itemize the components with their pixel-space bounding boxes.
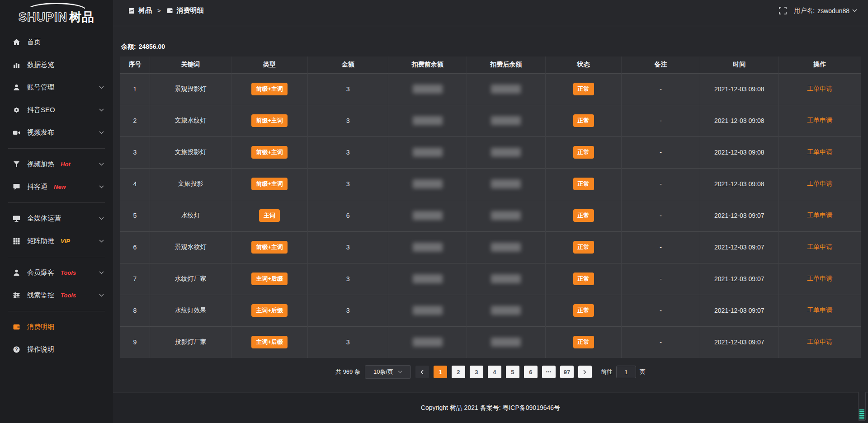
status-badge: 正常: [573, 241, 594, 254]
status-cell: 正常: [545, 73, 622, 105]
work-order-link[interactable]: 工单申请: [807, 117, 832, 124]
sidebar-item-video-heat[interactable]: 视频加热 Hot: [0, 153, 113, 175]
consumption-table: 序号 关键词 类型 金额 扣费前余额 扣费后余额 状态 备注 时间 操作 1 景…: [120, 56, 861, 358]
type-cell: 主词+后缀: [231, 295, 308, 326]
table-row: 5 水纹灯 主词 6 正常 - 2021-12-03 09:07 工单申请: [120, 200, 861, 231]
seq-cell: 9: [120, 326, 150, 358]
status-badge: 正常: [573, 178, 594, 190]
time-cell: 2021-12-03 09:07: [700, 295, 779, 326]
page-button-6[interactable]: 6: [524, 366, 538, 378]
work-order-link[interactable]: 工单申请: [807, 148, 832, 155]
chevron-down-icon: [398, 371, 402, 373]
status-badge: 正常: [573, 336, 594, 348]
status-badge: 正常: [573, 114, 594, 127]
seq-cell: 2: [120, 105, 150, 136]
censored-balance: [491, 179, 521, 188]
page-button-1[interactable]: 1: [434, 366, 447, 378]
sidebar-item-home[interactable]: 首页: [0, 31, 113, 53]
work-order-link[interactable]: 工单申请: [807, 338, 832, 345]
work-order-link[interactable]: 工单申请: [807, 275, 832, 282]
prev-page-button[interactable]: [415, 366, 429, 378]
page-button-97[interactable]: 97: [560, 366, 574, 378]
next-page-button[interactable]: [578, 366, 592, 378]
balance-before-cell: [388, 200, 467, 231]
work-order-link[interactable]: 工单申请: [807, 85, 832, 92]
sidebar-item-consumption-detail[interactable]: 消费明细: [0, 315, 113, 338]
type-badge: 主词+后缀: [251, 304, 288, 317]
scrollbar-thumb[interactable]: [859, 409, 864, 419]
type-badge: 主词: [259, 209, 280, 222]
keyword-cell: 文旅投影: [150, 168, 231, 200]
copyright-text: Copyright 树品 2021 备案号: 粤ICP备09019646号: [421, 404, 560, 412]
funnel-icon: [13, 160, 20, 168]
censored-balance: [413, 179, 443, 188]
sidebar-item-media-operation[interactable]: 全媒体运营: [0, 207, 113, 230]
amount-cell: 3: [307, 326, 388, 358]
goto-page-input[interactable]: [616, 366, 636, 378]
hot-tag: Hot: [61, 161, 71, 168]
sidebar: SHUPIN树品 首页 数据总览 账号管理 抖音SEO 视频发布: [0, 0, 113, 423]
work-order-link[interactable]: 工单申请: [807, 212, 832, 219]
sidebar-item-doketong[interactable]: 抖客通 New: [0, 175, 113, 198]
remark-cell: -: [622, 200, 700, 231]
col-amount: 金额: [307, 56, 388, 73]
work-order-link[interactable]: 工单申请: [807, 243, 832, 250]
time-cell: 2021-12-03 09:08: [700, 105, 779, 136]
balance-before-cell: [388, 231, 467, 263]
balance-before-cell: [388, 136, 467, 168]
sidebar-item-member-burst[interactable]: 会员爆客 Tools: [0, 261, 113, 284]
breadcrumb-current: 消费明细: [177, 6, 204, 15]
seq-cell: 7: [120, 263, 150, 295]
censored-balance: [413, 243, 443, 252]
censored-balance: [491, 148, 521, 157]
status-cell: 正常: [545, 326, 622, 358]
type-cell: 主词: [231, 200, 308, 231]
sidebar-item-account[interactable]: 账号管理: [0, 76, 113, 99]
censored-balance: [413, 116, 443, 125]
user-dropdown[interactable]: 用户名: zswodun88: [794, 7, 857, 15]
censored-balance: [491, 243, 521, 252]
censored-balance: [413, 148, 443, 157]
col-balance-after: 扣费后余额: [467, 56, 546, 73]
page-size-select[interactable]: 10条/页: [365, 365, 411, 379]
page-button-5[interactable]: 5: [506, 366, 519, 378]
status-badge: 正常: [573, 83, 594, 95]
type-badge: 前缀+主词: [251, 178, 288, 190]
sidebar-item-douyin-seo[interactable]: 抖音SEO: [0, 99, 113, 121]
type-cell: 前缀+主词: [231, 73, 308, 105]
fullscreen-icon[interactable]: [779, 7, 787, 14]
scrollbar-widget[interactable]: [858, 392, 866, 421]
col-status: 状态: [545, 56, 622, 73]
page-button-2[interactable]: 2: [452, 366, 465, 378]
status-cell: 正常: [545, 136, 622, 168]
logo-text-en: SHUPIN: [19, 10, 67, 24]
breadcrumb-root[interactable]: 树品: [138, 6, 152, 15]
sidebar-item-data-overview[interactable]: 数据总览: [0, 53, 113, 76]
amount-cell: 3: [307, 136, 388, 168]
work-order-link[interactable]: 工单申请: [807, 180, 832, 187]
new-tag: New: [54, 183, 66, 190]
user-icon: [13, 84, 20, 91]
sidebar-item-video-publish[interactable]: 视频发布: [0, 121, 113, 144]
menu-divider: [0, 144, 113, 153]
work-order-link[interactable]: 工单申请: [807, 306, 832, 314]
page-button-3[interactable]: 3: [470, 366, 483, 378]
balance-before-cell: [388, 105, 467, 136]
action-cell: 工单申请: [778, 231, 861, 263]
breadcrumb: 树品 > 消费明细: [128, 6, 204, 15]
censored-balance: [491, 85, 521, 94]
sidebar-item-matrix-boost[interactable]: 矩阵助推 VIP: [0, 230, 113, 252]
balance-after-cell: [467, 326, 546, 358]
table-row: 7 水纹灯厂家 主词+后缀 3 正常 - 2021-12-03 09:07 工单…: [120, 263, 861, 295]
more-pages-button[interactable]: •••: [542, 366, 556, 378]
censored-balance: [491, 211, 521, 220]
time-cell: 2021-12-03 09:07: [700, 326, 779, 358]
type-badge: 主词+后缀: [251, 273, 288, 285]
sidebar-item-lead-monitor[interactable]: 线索监控 Tools: [0, 284, 113, 306]
col-balance-before: 扣费前余额: [388, 56, 467, 73]
menu-divider: [0, 198, 113, 207]
action-cell: 工单申请: [778, 326, 861, 358]
sidebar-item-instructions[interactable]: ? 操作说明: [0, 338, 113, 361]
home-icon: [13, 38, 20, 46]
page-button-4[interactable]: 4: [488, 366, 501, 378]
